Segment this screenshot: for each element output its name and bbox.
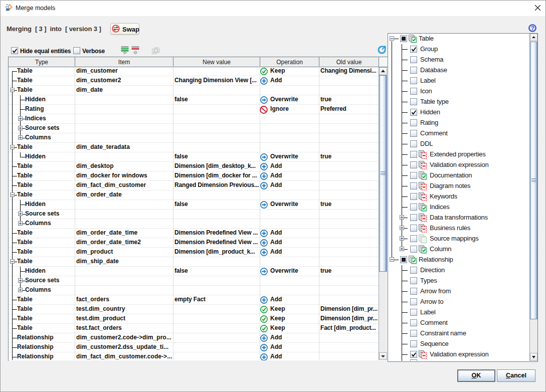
svg-text:?: ?	[531, 25, 534, 31]
